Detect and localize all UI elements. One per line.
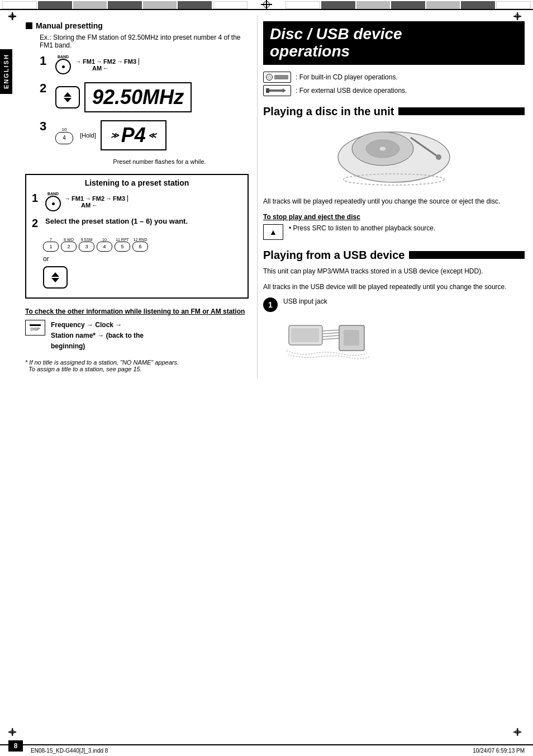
playing-usb-title: Playing from a USB device — [263, 249, 404, 262]
page-number: 8 — [8, 740, 23, 752]
num4-button-container: 10 4 — [55, 127, 73, 144]
band-label: BAND — [58, 55, 69, 59]
footnote-line-2: To assign a title to a station, see page… — [25, 366, 249, 372]
fm3-label: FM3 — [124, 58, 136, 65]
fm3-2: FM3 — [113, 195, 125, 202]
cd-slot-icon — [274, 75, 288, 79]
preset-button-3[interactable]: 3 — [79, 242, 94, 252]
stop-eject-row: ▲ • Press SRC to listen to another playb… — [263, 224, 525, 240]
step-2-num: 2 — [40, 82, 51, 94]
english-sidebar: ENGLISH — [0, 49, 12, 94]
listening-step-1-content: BAND → FM1 → FM2 → — [45, 192, 128, 211]
fm2-label: FM2 — [103, 58, 116, 65]
fm-row-2: AM ← — [75, 65, 139, 72]
left-column: ENGLISH Manual presetting Ex.: Storing t… — [0, 16, 257, 378]
bar-seg — [178, 1, 211, 9]
listening-step-2-num: 2 — [32, 217, 41, 230]
disp-button[interactable]: DISP — [25, 320, 45, 336]
step-2-row: 2 92.50MHz — [40, 82, 249, 112]
disc-usb-title-line1: Disc / USB device — [270, 26, 518, 43]
num4-top: 10 — [62, 127, 67, 132]
preset-btn-2-label: 2 — [67, 244, 70, 249]
cd-player-svg — [316, 126, 472, 188]
page-wrapper: ENGLISH Manual presetting Ex.: Storing t… — [0, 0, 533, 756]
ar3: → — [106, 195, 112, 202]
updown-button[interactable] — [55, 86, 80, 108]
right-column: Disc / USB device operations : For built… — [257, 16, 533, 378]
fm1-label: FM1 — [83, 58, 95, 65]
arrow-3: → — [117, 58, 123, 65]
bar-seg — [108, 1, 141, 9]
freq-line-2: Station name* → (back to the — [51, 330, 144, 341]
preset-button-1[interactable]: 1 — [43, 242, 59, 252]
cd-illustration — [263, 124, 525, 191]
band-btn-2-container: BAND — [45, 192, 61, 211]
preset-btn-6-top: 12 RND — [134, 238, 147, 242]
hold-text: [Hold] — [80, 132, 96, 139]
num4-button[interactable]: 4 — [55, 132, 73, 144]
stop-eject-title: To stop play and eject the disc — [263, 213, 525, 221]
am-2: AM — [81, 202, 91, 209]
p4-text: P4 — [121, 124, 146, 147]
arrow-2: → — [96, 58, 102, 65]
svg-rect-0 — [267, 89, 283, 92]
top-bar-crosshair — [250, 0, 283, 9]
preset-note: Preset number flashes for a while. — [70, 158, 249, 165]
usb-icon-box — [263, 85, 291, 96]
listening-step-1: 1 BAND → FM1 → — [32, 192, 242, 211]
band-button[interactable] — [55, 59, 71, 74]
manual-presetting-title: Manual presetting — [36, 21, 103, 30]
usb-step-1-num: 1 — [268, 300, 273, 309]
crosshair-icon — [261, 0, 272, 10]
svg-rect-10 — [291, 328, 319, 342]
updown-button-2[interactable] — [43, 266, 68, 289]
bar-seg — [426, 1, 460, 9]
num4-label: 4 — [63, 135, 66, 141]
arl: ← — [92, 202, 98, 209]
check-info-row: DISP Frequency → Clock → Station name* →… — [25, 320, 249, 352]
preset-button-5[interactable]: 5 — [115, 242, 130, 252]
cd-icon-box — [263, 72, 291, 83]
preset-button-6[interactable]: 6 — [132, 242, 148, 252]
step-1-num: 1 — [40, 55, 51, 67]
freq-line-3: beginning) — [51, 341, 144, 352]
preset-button-2[interactable]: 2 — [61, 242, 77, 252]
disp-bar-icon — [30, 324, 41, 326]
svg-point-5 — [379, 147, 386, 151]
svg-line-13 — [322, 336, 339, 337]
or-text: or — [43, 255, 49, 263]
usb-connector-icon — [266, 86, 288, 95]
band-button-2[interactable] — [45, 196, 61, 211]
listening-box-title: Listening to a preset station — [32, 178, 242, 187]
usb-description: : For external USB device operations. — [296, 87, 407, 94]
top-bar — [0, 0, 533, 10]
svg-point-7 — [436, 154, 441, 160]
stop-eject-section: To stop play and eject the disc ▲ • Pres… — [263, 213, 525, 240]
top-bar-left — [0, 0, 250, 9]
eject-button[interactable]: ▲ — [263, 224, 283, 240]
file-info: EN08-15_KD-G440[J]_3.indd 8 — [31, 748, 108, 754]
manual-presetting-section: Manual presetting Ex.: Storing the FM st… — [26, 21, 249, 165]
p4-left-arrow: ≫ — [111, 131, 119, 140]
cd-circle-icon — [266, 74, 273, 81]
disp-label: DISP — [31, 327, 40, 331]
bar-seg — [321, 1, 355, 9]
am-label: AM — [92, 65, 102, 72]
step-3-content: 10 4 [Hold] ≫ P4 ≪ — [55, 120, 166, 150]
up-arrow-icon-2 — [51, 272, 59, 277]
usb-icon-row: : For external USB device operations. — [263, 85, 525, 96]
listening-box: Listening to a preset station 1 BAND — [25, 174, 249, 299]
preset-button-4[interactable]: 4 — [97, 242, 112, 252]
arrow-r: → — [64, 195, 70, 202]
preset-btn-3: 9 SSM 3 — [79, 238, 94, 252]
bar-seg — [2, 1, 37, 9]
up-arrow-icon — [64, 92, 72, 97]
black-square-icon — [26, 22, 32, 29]
usb-input-label: USB input jack — [283, 297, 373, 305]
bar-seg — [285, 1, 320, 9]
svg-rect-16 — [344, 330, 359, 346]
playing-disc-header: Playing a disc in the unit — [263, 105, 525, 118]
listening-step-2-header: 2 Select the preset station (1 – 6) you … — [32, 217, 188, 230]
disc-usb-title-line2: operations — [270, 43, 518, 60]
footnote: * If no title is assigned to a station, … — [25, 359, 249, 372]
